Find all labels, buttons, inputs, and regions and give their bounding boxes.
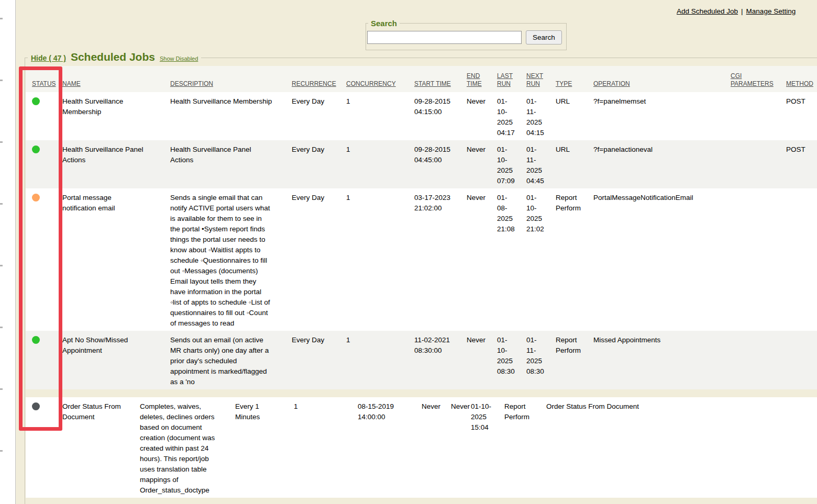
- status-cell: [26, 92, 62, 140]
- operation-cell: Missed Appointments: [593, 331, 731, 389]
- last-run-cell: 01-10-2025 04:17: [497, 92, 526, 140]
- search-button[interactable]: Search: [526, 30, 562, 44]
- method-cell: [786, 188, 817, 331]
- top-nav: Add Scheduled Job|Manage Setting: [677, 7, 796, 15]
- col-header-method[interactable]: METHOD: [786, 66, 817, 92]
- col-header-start-time[interactable]: START TIME: [414, 66, 467, 92]
- operation-cell: ?f=panelmemset: [593, 92, 731, 140]
- cgi-parameters-cell: [731, 140, 786, 188]
- col-header-concurrency[interactable]: CONCURRENCY: [346, 66, 414, 92]
- add-scheduled-job-link[interactable]: Add Scheduled Job: [677, 7, 738, 15]
- col-header-status[interactable]: STATUS: [26, 66, 62, 92]
- start-time-cell: 11-02-2021 08:30:00: [414, 331, 467, 389]
- name-cell: Portal message notification email: [62, 188, 170, 331]
- col-header-type[interactable]: TYPE: [556, 66, 593, 92]
- status-cell: [26, 397, 62, 498]
- type-cell: Report Perform: [556, 188, 593, 331]
- type-cell: Report Perform: [504, 397, 546, 498]
- cgi-parameters-cell: [731, 92, 786, 140]
- end-time-cell: Never: [467, 188, 497, 331]
- next-run-cell: 01-11-2025 04:45: [526, 140, 556, 188]
- scheduled-jobs-legend: Hide ( 47 ) Scheduled Jobs Show Disabled: [28, 51, 201, 63]
- next-run-cell: 01-10-2025 15:04: [471, 397, 504, 498]
- name-cell: Apt No Show/Missed Appointment: [62, 331, 170, 389]
- col-header-name[interactable]: NAME: [62, 66, 170, 92]
- end-time-cell: Never: [467, 92, 497, 140]
- next-run-cell: 01-11-2025 08:30: [526, 331, 556, 389]
- next-run-cell: 01-11-2025 04:15: [526, 92, 556, 140]
- method-cell: [786, 331, 817, 389]
- search-legend: Search: [368, 19, 400, 28]
- ruler-tick: [0, 18, 3, 19]
- operation-cell: ?f=panelactioneval: [593, 140, 731, 188]
- page-title: Scheduled Jobs: [71, 51, 155, 63]
- ruler-tick: [0, 388, 3, 390]
- nav-separator: |: [738, 7, 746, 15]
- concurrency-cell: 1: [294, 397, 358, 498]
- operation-cell: PortalMessageNotificationEmail: [593, 188, 731, 331]
- col-header-end-time[interactable]: END TIME: [467, 66, 497, 92]
- operation-cell: Order Status From Document: [546, 397, 817, 498]
- scheduled-jobs-table-continued: Order Status From Document Completes, wa…: [26, 397, 817, 498]
- status-dot: [32, 97, 40, 105]
- table-row: Portal message notification email Sends …: [26, 188, 817, 331]
- ruler-tick: [0, 141, 3, 143]
- show-disabled-link[interactable]: Show Disabled: [160, 55, 198, 62]
- description-cell: Sends a single email that can notify ACT…: [170, 188, 292, 331]
- status-cell: [26, 331, 62, 389]
- table-header-row: STATUS NAME DESCRIPTION RECURRENCE CONCU…: [26, 66, 817, 92]
- next-run-cell: 01-10-2025 21:02: [526, 188, 556, 331]
- cgi-parameters-cell: [731, 188, 786, 331]
- col-header-next-run[interactable]: NEXT RUN: [526, 66, 556, 92]
- name-cell: Health Surveillance Membership: [62, 92, 170, 140]
- concurrency-cell: 1: [346, 92, 414, 140]
- scheduled-jobs-panel: Hide ( 47 ) Scheduled Jobs Show Disabled…: [25, 58, 817, 504]
- method-cell: POST: [786, 92, 817, 140]
- ruler-tick: [0, 80, 3, 81]
- col-header-last-run[interactable]: LAST RUN: [497, 66, 526, 92]
- end-time-cell: Never: [467, 140, 497, 188]
- type-cell: URL: [556, 92, 593, 140]
- recurrence-cell: Every 1 Minutes: [235, 397, 294, 498]
- status-cell: [26, 140, 62, 188]
- col-header-operation[interactable]: OPERATION: [593, 66, 731, 92]
- ruler-tick: [0, 265, 3, 266]
- col-header-recurrence[interactable]: RECURRENCE: [292, 66, 346, 92]
- description-cell: Health Surveillance Panel Actions: [170, 140, 292, 188]
- start-time-cell: 03-17-2023 21:02:00: [414, 188, 467, 331]
- start-time-cell: 09-28-2015 04:45:00: [414, 140, 467, 188]
- type-cell: Report Perform: [556, 331, 593, 389]
- manage-settings-link[interactable]: Manage Setting: [746, 7, 796, 15]
- scheduled-jobs-table: STATUS NAME DESCRIPTION RECURRENCE CONCU…: [26, 66, 817, 389]
- status-dot: [32, 145, 40, 153]
- status-dot: [32, 336, 40, 344]
- col-header-description[interactable]: DESCRIPTION: [170, 66, 292, 92]
- status-dot: [32, 194, 40, 201]
- description-cell: Health Surveillance Membership: [170, 92, 292, 140]
- left-gutter: [0, 0, 16, 504]
- ruler-tick: [0, 327, 3, 328]
- start-time-cell: 09-28-2015 04:15:00: [414, 92, 467, 140]
- hide-count-link[interactable]: Hide ( 47 ): [31, 54, 66, 62]
- search-input[interactable]: [367, 31, 522, 44]
- col-header-cgi-parameters[interactable]: CGI PARAMETERS: [731, 66, 786, 92]
- status-dot: [32, 402, 40, 410]
- ruler-tick: [0, 203, 3, 205]
- last-run-cell: 01-10-2025 08:30: [497, 331, 526, 389]
- last-run-cell: Never: [451, 397, 471, 498]
- search-fieldset: Search Search: [366, 19, 567, 50]
- cgi-parameters-cell: [731, 331, 786, 389]
- recurrence-cell: Every Day: [292, 140, 346, 188]
- ruler-tick: [0, 450, 3, 452]
- recurrence-cell: Every Day: [292, 331, 346, 389]
- table-row: Health Surveillance Membership Health Su…: [26, 92, 817, 140]
- end-time-cell: Never: [467, 331, 497, 389]
- recurrence-cell: Every Day: [292, 92, 346, 140]
- table-row: Apt No Show/Missed Appointment Sends out…: [26, 331, 817, 389]
- end-time-cell: Never: [422, 397, 451, 498]
- concurrency-cell: 1: [346, 188, 414, 331]
- last-run-cell: 01-08-2025 21:08: [497, 188, 526, 331]
- name-cell: Order Status From Document: [62, 397, 140, 498]
- concurrency-cell: 1: [346, 331, 414, 389]
- description-cell: Completes, waives, deletes, declines ord…: [140, 397, 235, 498]
